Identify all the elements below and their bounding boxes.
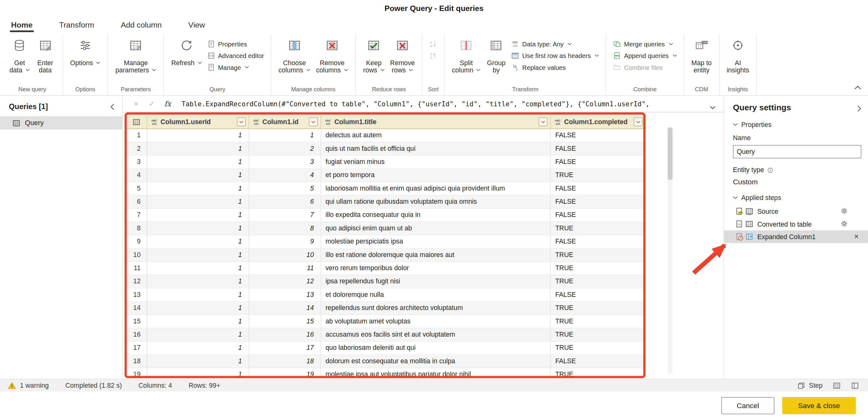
cell-completed[interactable]: TRUE [551,222,646,235]
cell-title[interactable]: quo laboriosam deleniti aut qui [321,342,551,355]
applied-step-expanded-column1[interactable]: Expanded Column1× [724,230,868,243]
query-name-input[interactable] [733,145,861,158]
cell-id[interactable]: 13 [249,288,321,302]
cell-completed[interactable]: FALSE [551,288,646,302]
cancel-button[interactable]: Cancel [721,397,775,414]
enter-data-button[interactable]: Enterdata [33,35,58,78]
cell-id[interactable]: 3 [249,155,321,169]
cell-id[interactable]: 19 [249,368,321,378]
sort-descending-button[interactable]: ZA [427,50,440,61]
cell-id[interactable]: 9 [249,235,321,248]
filter-dropdown-icon[interactable] [539,118,548,126]
group-by-button[interactable]: Groupby [484,35,509,78]
cell-userid[interactable]: 1 [147,155,249,169]
cell-userid[interactable]: 1 [147,222,249,235]
cell-userid[interactable]: 1 [147,235,249,248]
info-icon[interactable] [767,167,774,174]
advanced-editor-button[interactable]: Advanced editor [205,50,266,61]
column-header-column1-id[interactable]: ABC123Column1.id [249,115,321,129]
remove-rows-button[interactable]: Removerows [387,35,418,78]
collapse-ribbon-icon[interactable] [854,85,861,90]
cell-id[interactable]: 8 [249,222,321,235]
keep-rows-button[interactable]: Keeprows [360,35,387,78]
applied-step-converted-to-table[interactable]: fxConverted to table [724,217,868,230]
cell-userid[interactable]: 1 [147,209,249,222]
column-header-column1-title[interactable]: ABC123Column1.title [321,115,551,129]
cell-id[interactable]: 12 [249,275,321,288]
tab-add-column[interactable]: Add column [120,20,163,34]
cancel-formula-icon[interactable]: × [132,100,141,108]
warning-count[interactable]: 1 warning [20,382,49,389]
delete-step-icon[interactable]: × [852,231,861,241]
cell-title[interactable]: dolorum est consequatur ea mollitia in c… [321,355,551,368]
cell-id[interactable]: 2 [249,142,321,155]
sort-ascending-button[interactable]: AZ [427,38,440,50]
cell-title[interactable]: fugiat veniam minus [321,155,551,169]
cell-id[interactable]: 15 [249,315,321,328]
cell-id[interactable]: 5 [249,182,321,195]
cell-title[interactable]: ab voluptatum amet voluptas [321,315,551,328]
cell-userid[interactable]: 1 [147,328,249,342]
cell-completed[interactable]: TRUE [551,275,646,288]
combine-files-button[interactable]: Combine files [611,61,679,73]
commit-formula-icon[interactable]: ✓ [147,100,156,108]
grid-vertical-scrollbar[interactable] [668,127,673,373]
tab-transform[interactable]: Transform [58,20,95,34]
cell-completed[interactable]: FALSE [551,155,646,169]
tab-home[interactable]: Home [10,20,34,34]
cell-userid[interactable]: 1 [147,196,249,209]
cell-id[interactable]: 1 [249,129,321,142]
cell-userid[interactable]: 1 [147,368,249,378]
cell-id[interactable]: 18 [249,355,321,368]
cell-userid[interactable]: 1 [147,315,249,328]
cell-id[interactable]: 6 [249,196,321,209]
scrollbar-thumb[interactable] [668,127,673,180]
cell-completed[interactable]: TRUE [551,342,646,355]
tab-view[interactable]: View [187,20,206,34]
cell-userid[interactable]: 1 [147,342,249,355]
data-view-icon[interactable] [833,381,841,389]
cell-userid[interactable]: 1 [147,262,249,275]
cell-title[interactable]: illo expedita consequatur quia in [321,209,551,222]
step-settings-gear-icon[interactable] [840,220,848,228]
get-data-button[interactable]: Getdata [7,35,33,78]
filter-dropdown-icon[interactable] [237,118,246,126]
cell-userid[interactable]: 1 [147,302,249,315]
applied-steps-section-header[interactable]: Applied steps [733,194,861,202]
expand-formula-bar-icon[interactable] [710,102,716,106]
step-view-button[interactable]: Step [797,381,823,389]
cell-title[interactable]: qui ullam ratione quibusdam voluptatem q… [321,196,551,209]
cell-title[interactable]: repellendus sunt dolores architecto volu… [321,302,551,315]
collapse-queries-panel-icon[interactable] [110,103,115,110]
cell-completed[interactable]: FALSE [551,142,646,155]
cell-completed[interactable]: FALSE [551,196,646,209]
remove-columns-button[interactable]: Removecolumns [313,35,351,78]
cell-id[interactable]: 16 [249,328,321,342]
cell-title[interactable]: ipsa repellendus fugit nisi [321,275,551,288]
cell-title[interactable]: illo est ratione doloremque quia maiores… [321,248,551,262]
cell-completed[interactable]: FALSE [551,182,646,195]
cell-completed[interactable]: FALSE [551,235,646,248]
cell-title[interactable]: quo adipisci enim quam ut ab [321,222,551,235]
filter-dropdown-icon[interactable] [309,118,318,126]
cell-title[interactable]: molestiae perspiciatis ipsa [321,235,551,248]
cell-id[interactable]: 4 [249,169,321,182]
cell-userid[interactable]: 1 [147,142,249,155]
ai-insights-button[interactable]: AIinsights [724,35,752,78]
cell-title[interactable]: quis ut nam facilis et officia qui [321,142,551,155]
query-list-item[interactable]: Query [0,116,122,129]
cell-title[interactable]: et porro tempora [321,169,551,182]
manage-parameters-button[interactable]: PManageparameters [113,35,159,78]
cell-userid[interactable]: 1 [147,275,249,288]
cell-userid[interactable]: 1 [147,248,249,262]
cell-userid[interactable]: 1 [147,169,249,182]
map-to-entity-button[interactable]: CDMMap toentity [689,35,714,78]
cell-userid[interactable]: 1 [147,182,249,195]
cell-title[interactable]: accusamus eos facilis sint et aut volupt… [321,328,551,342]
manage-button[interactable]: Manage [205,61,266,73]
cell-title[interactable]: molestiae ipsa aut voluptatibus pariatur… [321,368,551,378]
cell-completed[interactable]: TRUE [551,368,646,378]
append-queries-button[interactable]: Append queries [611,50,679,61]
cell-completed[interactable]: TRUE [551,302,646,315]
cell-completed[interactable]: FALSE [551,129,646,142]
